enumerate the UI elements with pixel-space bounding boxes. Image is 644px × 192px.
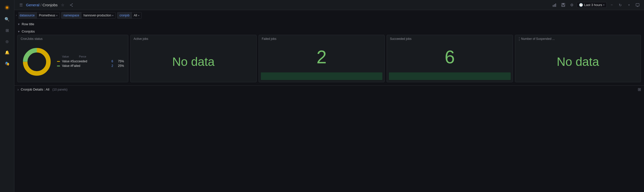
cronjobs-section-header[interactable]: ▼ Cronjobs xyxy=(14,28,644,35)
svg-rect-9 xyxy=(554,4,555,7)
legend-value-failed: 2 xyxy=(106,64,113,68)
panel-active-jobs: Active jobs No data xyxy=(130,35,257,82)
display-button[interactable] xyxy=(634,2,641,9)
expand-grid-icon[interactable]: ⊞ xyxy=(638,87,641,92)
sidebar-item-dashboards[interactable]: ⊞ xyxy=(2,25,12,35)
svg-point-2 xyxy=(6,7,8,8)
svg-point-5 xyxy=(72,6,73,7)
svg-point-3 xyxy=(72,3,73,4)
sidebar-item-explore[interactable]: ◎ xyxy=(2,36,12,46)
legend-name-failed: Value #Failed xyxy=(62,64,104,68)
legend-pct-failed: 25% xyxy=(115,64,124,68)
cronjobs-toggle: ▼ xyxy=(17,30,20,33)
zoom-out-button[interactable]: － xyxy=(608,2,615,9)
panel-failed-jobs-title: Failed jobs xyxy=(259,35,385,42)
panel-failed-jobs-value: 2 xyxy=(259,42,385,72)
topbar-right: ⚙ 🕐 Last 3 hours ▾ － ↻ ▾ xyxy=(551,2,641,9)
collapsed-row-toggle: › xyxy=(17,87,19,92)
svg-point-4 xyxy=(70,5,71,5)
chevron-down-icon: ▾ xyxy=(138,14,139,17)
panel-suspended-value: No data xyxy=(515,42,641,82)
share-button[interactable] xyxy=(68,2,75,9)
row-title-label: Row title xyxy=(22,22,34,26)
chevron-down-icon: ▾ xyxy=(56,14,57,17)
panel-failed-jobs-bar xyxy=(261,72,383,80)
panel-succeeded-jobs-title: Succeeded jobs xyxy=(387,35,513,42)
sidebar: 🔍 ⊞ ◎ 🔔 🎭 xyxy=(0,0,14,192)
panel-donut-inner: Value Perce Value #Succeeded 6 75% Value… xyxy=(18,42,128,82)
row-title-toggle: ▼ xyxy=(17,23,20,26)
panel-menu-icon[interactable]: ⋮ xyxy=(517,37,521,41)
topbar-nav: ☰ General / Cronjobs ☆ xyxy=(17,2,549,9)
legend-name-succeeded: Value #Succeeded xyxy=(62,60,104,63)
filter-datasource-key: datasource xyxy=(17,12,37,19)
refresh-button[interactable]: ↻ xyxy=(617,2,624,9)
panel-active-jobs-value: No data xyxy=(131,42,256,82)
legend-header: Value Perce xyxy=(57,55,124,58)
panel-cronjobs-status-title: CronJobs status xyxy=(18,35,128,42)
panel-cronjobs-status: CronJobs status Value Perce xyxy=(17,35,128,82)
panel-suspended: ⋮ Number of Suspended ... No data xyxy=(515,35,641,82)
filter-namespace[interactable]: namespace hannover-production ▾ xyxy=(61,12,116,19)
collapsed-row-label: Cronjob Details : All xyxy=(21,88,49,91)
main-content: datasource Prometheus ▾ namespace hannov… xyxy=(14,10,644,192)
legend-pct-succeeded: 75% xyxy=(115,60,124,63)
row-title-header[interactable]: ▼ Row title xyxy=(14,21,644,28)
chart-toggle-button[interactable] xyxy=(551,2,558,9)
legend-pct-col: Perce xyxy=(79,55,86,58)
filter-bar: datasource Prometheus ▾ namespace hannov… xyxy=(14,10,644,21)
breadcrumb-home[interactable]: General xyxy=(26,3,39,7)
clock-icon: 🕐 xyxy=(579,3,583,7)
filter-namespace-value[interactable]: hannover-production ▾ xyxy=(81,12,116,19)
svg-rect-12 xyxy=(562,3,564,5)
topbar: ☰ General / Cronjobs ☆ xyxy=(14,0,644,10)
collapsed-row-count: (10 panels) xyxy=(52,88,68,91)
legend-item-succeeded: Value #Succeeded 6 75% xyxy=(57,60,124,63)
panel-active-jobs-title: Active jobs xyxy=(131,35,256,42)
breadcrumb: General / Cronjobs xyxy=(26,3,58,7)
legend-value-succeeded: 6 xyxy=(106,60,113,63)
panel-succeeded-jobs: Succeeded jobs 6 xyxy=(387,35,513,82)
cronjobs-section-label: Cronjobs xyxy=(22,30,35,33)
filter-datasource[interactable]: datasource Prometheus ▾ xyxy=(17,12,60,19)
star-button[interactable]: ☆ xyxy=(59,2,66,9)
time-range-chevron: ▾ xyxy=(603,4,604,6)
time-range-label: Last 3 hours xyxy=(584,3,602,7)
time-range-picker[interactable]: 🕐 Last 3 hours ▾ xyxy=(577,2,607,8)
chevron-down-icon: ▾ xyxy=(112,14,113,17)
breadcrumb-separator: / xyxy=(40,3,41,7)
settings-button[interactable]: ⚙ xyxy=(568,2,575,9)
legend-color-succeeded xyxy=(57,61,60,62)
filter-cronjob[interactable]: cronjob All ▾ xyxy=(117,12,142,19)
panel-succeeded-jobs-value: 6 xyxy=(387,42,513,72)
donut-chart xyxy=(22,47,52,77)
legend-color-failed xyxy=(57,66,60,66)
refresh-chevron-button[interactable]: ▾ xyxy=(625,2,632,9)
svg-rect-14 xyxy=(636,4,639,6)
filter-cronjob-value[interactable]: All ▾ xyxy=(132,12,142,19)
sidebar-collapse-btn[interactable]: › xyxy=(14,10,18,20)
svg-rect-10 xyxy=(555,4,556,7)
svg-line-7 xyxy=(71,5,72,6)
legend-item-failed: Value #Failed 2 25% xyxy=(57,64,124,68)
donut-legend: Value Perce Value #Succeeded 6 75% Value… xyxy=(57,55,124,69)
panel-succeeded-jobs-bar xyxy=(389,72,511,80)
grafana-logo[interactable] xyxy=(2,3,12,13)
sidebar-item-alerting[interactable]: 🔔 xyxy=(2,47,12,58)
panel-failed-jobs: Failed jobs 2 xyxy=(259,35,385,82)
filter-namespace-key: namespace xyxy=(61,12,81,19)
filter-cronjob-key: cronjob xyxy=(117,12,131,19)
sidebar-item-plugins[interactable]: 🎭 xyxy=(2,59,12,69)
sidebar-item-search[interactable]: 🔍 xyxy=(2,14,12,24)
legend-value-col: Value xyxy=(62,55,69,58)
svg-rect-13 xyxy=(562,5,564,6)
breadcrumb-current: Cronjobs xyxy=(43,3,58,7)
filter-datasource-value[interactable]: Prometheus ▾ xyxy=(37,12,60,19)
dashboard-grid: CronJobs status Value Perce xyxy=(14,35,644,85)
panel-suspended-title: Number of Suspended ... xyxy=(515,35,641,42)
collapsed-cronjob-details[interactable]: › Cronjob Details : All (10 panels) ⊞ xyxy=(14,85,644,93)
menu-button[interactable]: ☰ xyxy=(17,2,24,9)
save-dashboard-button[interactable] xyxy=(560,2,567,9)
svg-rect-8 xyxy=(553,5,554,7)
